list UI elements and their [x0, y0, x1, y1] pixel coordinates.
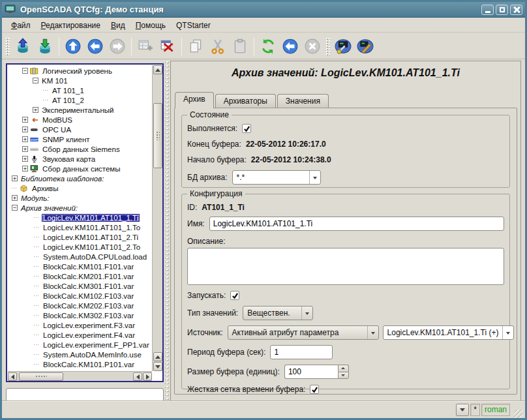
status-dropdown-button[interactable] [456, 404, 469, 416]
tree-item-label[interactable]: Библиотека шаблонов: [20, 175, 105, 183]
tree-row[interactable]: −Логический уровень [8, 66, 151, 76]
buffer-size-spinbox[interactable] [284, 365, 349, 379]
tree-row[interactable]: LogicLev.KM101.AT101_1.To [8, 222, 151, 232]
delete-item-button[interactable] [157, 36, 178, 57]
refresh-button[interactable] [258, 36, 279, 57]
running-checkbox[interactable] [242, 124, 251, 133]
tree-row[interactable]: BlockCalc.KM201.F101.var [8, 271, 151, 281]
cut-item-button[interactable] [207, 36, 228, 57]
expand-icon[interactable]: + [22, 146, 28, 152]
tree-item-label[interactable]: BlockCalc.KM201.F101.var [42, 273, 135, 280]
collapse-icon[interactable]: − [22, 68, 28, 74]
tree-filter-input[interactable] [6, 388, 164, 402]
tree-row[interactable]: LogicLev.experiment.F3.var [8, 320, 151, 330]
tree-row[interactable]: BlockCalc.KM102.F103.var [8, 291, 151, 301]
save-to-db-button[interactable] [35, 36, 55, 57]
tree-row[interactable]: BlockCalc.KM101.P101.var [8, 359, 151, 369]
tree-row[interactable]: BlockCalc.KM101.F101.var [8, 262, 151, 271]
tree-row[interactable]: +Экспериментальный [8, 105, 151, 115]
source-value-combobox[interactable]: LogicLev.KM101.AT101_1.Ti (+) [383, 325, 515, 340]
tab-архив[interactable]: Архив [175, 92, 214, 108]
tree-horizontal-scrollbar[interactable] [8, 371, 152, 381]
tree-row[interactable]: LogicLev.experiment.F4.var [8, 330, 151, 340]
expand-icon[interactable]: + [22, 136, 28, 142]
tree-item-label[interactable]: Сбор данных системы [41, 165, 122, 173]
start-checkbox[interactable] [230, 291, 239, 300]
tree-item-label[interactable]: BlockCalc.KM101.F101.var [42, 263, 135, 271]
spin-up-button[interactable] [338, 365, 349, 372]
combo-dropdown-button[interactable] [309, 171, 320, 184]
tree-item-label[interactable]: LogicLev.experiment.F3.var [42, 322, 136, 329]
expand-icon[interactable]: + [22, 127, 28, 132]
scroll-left-button[interactable] [8, 372, 17, 381]
tree-item-label[interactable]: System.AutoDA.CPULoad.load [42, 253, 148, 261]
scroll-right-button[interactable] [143, 372, 152, 381]
value-type-combobox[interactable]: Веществен. [243, 306, 313, 320]
go-up-button[interactable] [63, 36, 83, 57]
tree-vertical-scrollbar[interactable] [152, 65, 162, 371]
horizontal-scroll-thumb[interactable] [19, 372, 63, 381]
tree-row[interactable]: BlockCalc.KM201.P101.var [8, 369, 151, 370]
tree-item-label[interactable]: AT 101_1 [51, 87, 85, 95]
tree-item-label[interactable]: Звуковая карта [41, 155, 97, 163]
scroll-left-button-2[interactable] [133, 372, 142, 381]
collapse-icon[interactable]: − [12, 205, 18, 211]
menu-item-вид[interactable]: Вид [106, 20, 130, 31]
tree-row[interactable]: AT 101_1 [8, 85, 151, 95]
tree-item-label[interactable]: Сбор данных Siemens [41, 145, 121, 153]
tree-item-label[interactable]: BlockCalc.KM202.F103.var [42, 302, 135, 310]
tree-row[interactable]: System.AutoDA.CPULoad.load [8, 252, 151, 262]
menu-item-редактирование[interactable]: Редактирование [36, 20, 106, 31]
tree-item-label[interactable]: LogicLev.KM101.AT101_1.Ti [42, 214, 140, 222]
tree-item-label[interactable]: Архивы [31, 185, 60, 192]
tree-item-label[interactable]: BlockCalc.KM201.P101.var [42, 370, 136, 371]
close-button[interactable] [510, 5, 522, 15]
buffer-size-input[interactable] [284, 365, 338, 379]
combo-dropdown-button[interactable] [367, 326, 378, 339]
expand-icon[interactable]: + [22, 156, 28, 162]
tree-item-label[interactable]: BlockCalc.KM102.F103.var [42, 292, 135, 300]
expand-icon[interactable]: + [33, 107, 38, 113]
tab-значения[interactable]: Значения [277, 94, 329, 108]
qtcfg-configurator-button[interactable] [333, 36, 354, 57]
tree-item-label[interactable]: LogicLev.KM101.AT101_2.Ti [42, 233, 140, 241]
tree-row[interactable]: LogicLev.KM101.AT101_2.To [8, 242, 151, 252]
tree-item-label[interactable]: KM 101 [40, 77, 69, 85]
tree-item-label[interactable]: Экспериментальный [40, 106, 115, 114]
tree-item-label[interactable]: System.AutoDA.MemInfo.use [42, 351, 143, 359]
vision-runtime-button[interactable] [355, 36, 376, 57]
window-titlebar[interactable]: OpenSCADA QTCfg: Демо станция [2, 2, 525, 18]
buffer-period-input[interactable] [270, 345, 333, 359]
panel-splitter[interactable] [165, 60, 170, 400]
tree-row[interactable]: +ModBUS [8, 115, 151, 125]
tree-row[interactable]: AT 101_2 [8, 95, 151, 105]
expand-icon[interactable]: + [22, 117, 28, 123]
hard-grid-checkbox[interactable] [310, 385, 319, 394]
tree-item-label[interactable]: LogicLev.KM101.AT101_1.To [42, 224, 142, 232]
menu-item-qtstarter[interactable]: QTStarter [171, 20, 216, 31]
tree-row[interactable]: LogicLev.experiment.F_PP1.var [8, 340, 151, 350]
description-textarea[interactable] [187, 248, 504, 285]
tree-row[interactable]: +Звуковая карта [8, 154, 151, 164]
tree-row[interactable]: +Библиотека шаблонов: [8, 173, 151, 183]
tab-архиваторы[interactable]: Архиваторы [215, 94, 276, 108]
name-input[interactable] [209, 217, 504, 231]
resize-grip[interactable] [514, 410, 522, 418]
tree-row[interactable]: −KM 101 [8, 76, 151, 85]
tree-row[interactable]: +OPC UA [8, 125, 151, 134]
start-update-button[interactable] [280, 36, 301, 57]
tree-row[interactable]: LogicLev.KM101.AT101_1.Ti [8, 213, 151, 222]
tree-row[interactable]: BlockCalc.KM301.F101.var [8, 281, 151, 291]
vertical-scroll-thumb[interactable] [153, 103, 162, 168]
spin-down-button[interactable] [338, 372, 349, 380]
tree-item-label[interactable]: AT 101_2 [51, 97, 85, 104]
tree-item-label[interactable]: LogicLev.experiment.F4.var [42, 331, 136, 339]
tree-item-label[interactable]: OPC UA [41, 126, 72, 134]
tree-item-label[interactable]: Модуль: [20, 194, 51, 202]
go-back-button[interactable] [85, 36, 106, 57]
tree-row[interactable]: Архивы [8, 183, 151, 193]
scroll-up-button-2[interactable] [153, 352, 162, 361]
toolbar-handle[interactable] [5, 37, 10, 55]
load-from-db-button[interactable] [12, 36, 33, 57]
combo-dropdown-button[interactable] [301, 307, 312, 320]
